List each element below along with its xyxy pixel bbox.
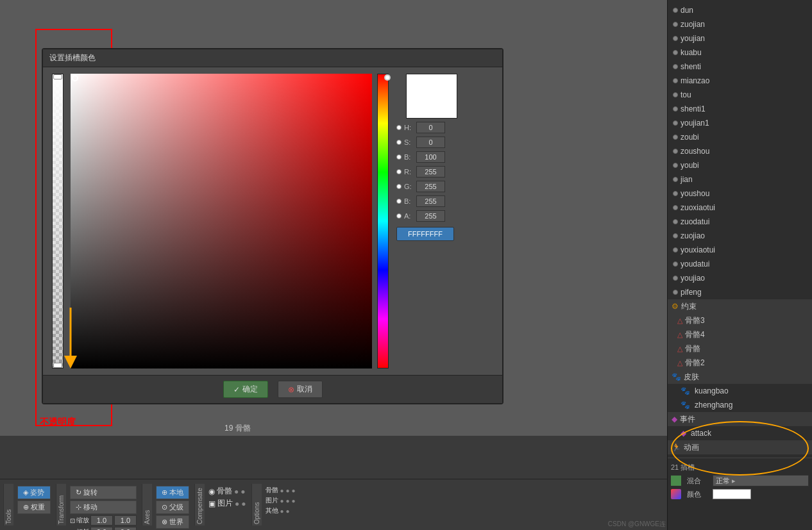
hue-handle[interactable] xyxy=(384,74,391,81)
weight-button[interactable]: ⊕ 权重 xyxy=(17,501,51,514)
sb-cursor xyxy=(72,75,78,81)
dialog-content: H: S: B: R: xyxy=(43,67,502,375)
local-icon: ⊕ xyxy=(162,488,167,497)
panel-item-tou[interactable]: tou xyxy=(668,88,812,102)
alpha-handle-top[interactable] xyxy=(53,74,62,79)
transform-buttons: ↻ 旋转 ⊹ 移动 ⊡ 缩放 ⊿ 倾斜 xyxy=(68,484,139,526)
panel-item-youjian[interactable]: youjian xyxy=(668,31,812,46)
panel-item-zoushou[interactable]: zoushou xyxy=(668,144,812,158)
panel-dot-zoushou xyxy=(673,149,678,154)
scale-x-input[interactable] xyxy=(90,515,113,526)
panel-item-zuodatui[interactable]: zuodatui xyxy=(668,215,812,229)
panel-dot-jian xyxy=(673,177,678,182)
r-label: R: xyxy=(404,168,414,176)
a-dot xyxy=(396,213,402,219)
watermark: CSDN @GNWGE连 xyxy=(608,520,666,529)
guha3-label: 骨骼3 xyxy=(685,315,705,326)
section-pifu[interactable]: 🐾 皮肤 xyxy=(668,370,812,384)
pose-button[interactable]: ◈ 姿势 xyxy=(17,486,51,499)
panel-item-zuoxiaotui[interactable]: zuoxiaotui xyxy=(668,201,812,215)
guha2-icon: △ xyxy=(677,359,682,367)
images-dot1: ● xyxy=(235,499,239,508)
color-swatch[interactable] xyxy=(713,489,751,499)
panel-item-kuabu[interactable]: kuabu xyxy=(668,46,812,60)
panel-item-mianzao[interactable]: mianzao xyxy=(668,74,812,88)
panel-item-pifeng[interactable]: pifeng xyxy=(668,285,812,299)
transform-group: Transform ↻ 旋转 ⊹ 移动 ⊡ 缩放 ⊿ 倾斜 xyxy=(56,484,139,526)
panel-item-youbi[interactable]: youbi xyxy=(668,158,812,172)
r-input[interactable] xyxy=(416,166,445,178)
h-input[interactable] xyxy=(416,122,445,133)
section-guha[interactable]: △ 骨骼 xyxy=(668,342,812,356)
panel-dot-youxiaotui xyxy=(673,247,678,253)
weight-icon: ⊕ xyxy=(23,503,29,511)
panel-item-youdatui[interactable]: youdatui xyxy=(668,257,812,271)
panel-item-text-mianzao: mianzao xyxy=(681,76,807,85)
panel-item-jian[interactable]: jian xyxy=(668,172,812,186)
world-button[interactable]: ⊗ 世界 xyxy=(156,515,189,529)
alpha-handle-bottom[interactable] xyxy=(53,363,62,368)
alpha-strip[interactable] xyxy=(52,74,63,369)
images-option-row: 图片 ● ● ● xyxy=(266,496,296,505)
panel-dot-youjian xyxy=(673,36,678,41)
panel-item-dun[interactable]: dun xyxy=(668,3,812,17)
bones-comp-label: 骨骼 xyxy=(217,486,232,497)
section-guha3[interactable]: △ 骨骼3 xyxy=(668,313,812,327)
panel-item-kuangbao[interactable]: 🐾 kuangbao xyxy=(668,384,812,398)
local-button[interactable]: ⊕ 本地 xyxy=(156,486,189,499)
section-guha2[interactable]: △ 骨骼2 xyxy=(668,356,812,370)
panel-item-youjian1[interactable]: youjian1 xyxy=(668,116,812,130)
panel-item-youshou[interactable]: youshou xyxy=(668,186,812,201)
tools-buttons: ◈ 姿势 ⊕ 权重 xyxy=(15,484,53,526)
guha4-icon: △ xyxy=(677,331,682,339)
rotate-button[interactable]: ↻ 旋转 xyxy=(70,486,137,499)
panel-dot-zuojian xyxy=(673,22,678,27)
images-opt-d2: ● xyxy=(286,497,290,504)
panel-item-youxiaotui[interactable]: youxiaotui xyxy=(668,243,812,257)
section-donghua[interactable]: 🏃 动画 xyxy=(668,440,812,454)
slot-title: 21 插槽 xyxy=(671,463,695,472)
cancel-button[interactable]: ⊗ 取消 xyxy=(278,381,323,398)
color-picker-dialog: 设置插槽颜色 H: xyxy=(42,48,503,404)
g-input[interactable] xyxy=(416,181,445,192)
blend-arrow-icon: ▸ xyxy=(732,477,736,485)
panel-item-text-youjian: youjian xyxy=(681,34,807,43)
panel-dot-shenti xyxy=(673,64,678,69)
blend-value[interactable]: 正常 ▸ xyxy=(713,475,809,486)
hue-strip[interactable] xyxy=(377,74,389,369)
b-input[interactable] xyxy=(416,151,445,163)
b2-input[interactable] xyxy=(416,195,445,207)
color-preview xyxy=(406,74,457,119)
panel-item-zhenghang[interactable]: 🐾 zhenghang xyxy=(668,398,812,412)
panel-item-zuojiao[interactable]: zuojiao xyxy=(668,229,812,243)
tilt-x-input[interactable] xyxy=(90,527,113,530)
panel-item-shenti[interactable]: shenti xyxy=(668,60,812,74)
cancel-x-icon: ⊗ xyxy=(288,385,294,394)
scale-y-input[interactable] xyxy=(114,515,137,526)
hex-input[interactable] xyxy=(396,227,454,241)
panel-item-zuojian[interactable]: zuojian xyxy=(668,17,812,31)
tilt-y-input[interactable] xyxy=(114,527,137,530)
s-input[interactable] xyxy=(416,137,445,148)
saturation-brightness-box[interactable] xyxy=(71,74,372,369)
section-yueshu[interactable]: ⚙ 约束 xyxy=(668,299,812,313)
panel-item-shenti1[interactable]: shenti1 xyxy=(668,102,812,116)
bones-comp-icon: ◉ xyxy=(208,487,215,496)
confirm-button[interactable]: ✓ 确定 xyxy=(223,381,268,398)
s-label: S: xyxy=(404,138,414,146)
pifu-label: 皮肤 xyxy=(684,372,699,383)
compensate-buttons: ◉ 骨骼 ● ● ▣ 图片 ● ● xyxy=(207,484,248,526)
panel-dot-youshou xyxy=(673,191,678,196)
a-field-row: A: xyxy=(396,210,467,222)
parent-button[interactable]: ⊙ 父级 xyxy=(156,501,189,514)
section-shijian[interactable]: ◆ 事件 xyxy=(668,412,812,426)
panel-item-youjiao[interactable]: youjiao xyxy=(668,271,812,285)
panel-item-attack[interactable]: ◆ attack xyxy=(668,426,812,440)
a-input[interactable] xyxy=(416,210,445,222)
move-button[interactable]: ⊹ 移动 xyxy=(70,501,137,514)
right-panel: dun zuojian youjian kuabu shenti mianzao… xyxy=(667,0,812,530)
color-controls: H: S: B: R: xyxy=(396,74,467,369)
section-guha4[interactable]: △ 骨骼4 xyxy=(668,327,812,342)
panel-item-zoubi[interactable]: zoubi xyxy=(668,130,812,144)
r-dot xyxy=(396,169,402,174)
